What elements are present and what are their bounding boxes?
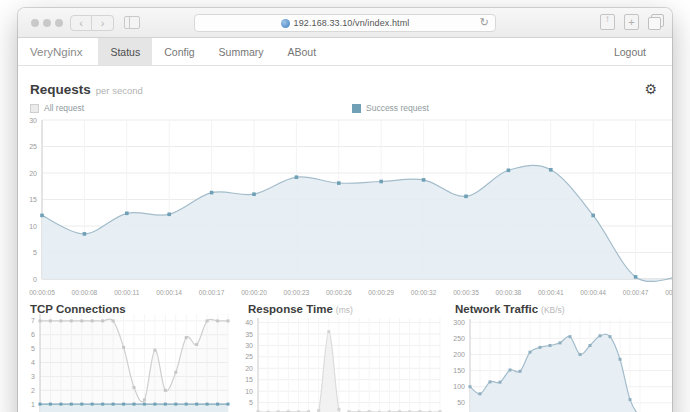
svg-text:00:00:20: 00:00:20 [241,289,267,296]
svg-text:00:00:05: 00:00:05 [29,289,55,296]
svg-text:00:00:50: 00:00:50 [665,289,672,296]
window-close-button[interactable] [31,19,39,27]
page-subtitle: per second [96,85,143,96]
svg-text:20: 20 [29,170,37,177]
svg-text:0: 0 [33,276,37,283]
svg-text:00:00:35: 00:00:35 [453,289,479,296]
svg-text:5: 5 [31,345,35,352]
back-button[interactable]: ‹ [70,15,92,31]
svg-text:15: 15 [245,376,253,383]
svg-text:10: 10 [245,388,253,395]
svg-text:00:00:44: 00:00:44 [580,289,606,296]
svg-text:00:00:41: 00:00:41 [538,289,564,296]
screenshot-stage: ‹ › 192.168.33.10/vn/index.html ↻ + Very… [0,0,690,412]
svg-text:35: 35 [245,331,253,338]
svg-text:4: 4 [31,359,35,366]
window-zoom-button[interactable] [55,19,63,27]
svg-text:00:00:47: 00:00:47 [623,289,649,296]
browser-window: ‹ › 192.168.33.10/vn/index.html ↻ + Very… [18,8,672,412]
svg-text:6: 6 [31,331,35,338]
svg-text:2: 2 [31,387,35,394]
tab-about[interactable]: ABout [276,38,329,65]
legend-success-label: Success request [366,103,429,113]
response-title-text: Response Time [248,303,333,315]
svg-text:15: 15 [29,196,37,203]
browser-titlebar: ‹ › 192.168.33.10/vn/index.html ↻ + [18,8,672,38]
forward-button[interactable]: › [92,15,114,31]
svg-text:5: 5 [33,249,37,256]
svg-text:30: 30 [245,342,253,349]
svg-text:00:00:26: 00:00:26 [326,289,352,296]
svg-text:00:00:17: 00:00:17 [199,289,225,296]
tab-config[interactable]: Config [152,38,206,65]
svg-text:25: 25 [245,353,253,360]
legend-all-label: All request [44,103,84,113]
tcp-title-text: TCP Connections [30,303,126,315]
svg-text:5: 5 [249,399,253,406]
network-title-unit: (KB/s) [541,305,565,315]
svg-text:3: 3 [31,373,35,380]
svg-text:50: 50 [457,399,465,406]
brand-veryNginx: VeryNginx [30,46,82,58]
logout-link[interactable]: Logout [602,38,658,65]
url-text: 192.168.33.10/vn/index.html [294,18,410,28]
sidebar-toggle-icon[interactable] [124,16,140,29]
svg-text:250: 250 [453,335,465,342]
svg-text:40: 40 [245,319,253,326]
tab-overview-icon[interactable] [648,14,664,30]
history-nav-buttons: ‹ › [70,15,114,31]
response-title-unit: (ms) [336,305,353,315]
svg-text:300: 300 [453,319,465,326]
svg-text:150: 150 [453,367,465,374]
share-icon[interactable] [600,14,615,30]
svg-text:00:00:08: 00:00:08 [72,289,98,296]
gear-icon[interactable]: ⚙ [644,81,657,97]
address-bar[interactable]: 192.168.33.10/vn/index.html ↻ [194,14,496,32]
svg-text:00:00:32: 00:00:32 [411,289,437,296]
svg-text:7: 7 [31,317,35,324]
charts-canvas: 05101520253000:00:0500:00:0800:00:1100:0… [18,8,672,412]
refresh-icon[interactable]: ↻ [480,16,489,29]
svg-text:20: 20 [245,365,253,372]
svg-text:25: 25 [29,143,37,150]
site-favicon-icon [281,19,290,28]
legend-success-swatch [352,104,361,113]
svg-text:200: 200 [453,351,465,358]
svg-text:00:00:11: 00:00:11 [114,289,140,296]
svg-text:00:00:38: 00:00:38 [496,289,522,296]
titlebar-right-buttons: + [600,14,664,30]
response-time-title: Response Time(ms) [248,299,353,317]
new-tab-icon[interactable]: + [624,14,639,30]
svg-text:00:00:23: 00:00:23 [284,289,310,296]
svg-text:00:00:29: 00:00:29 [368,289,394,296]
network-traffic-title: Network Traffic(KB/s) [455,299,565,317]
svg-text:30: 30 [29,117,37,124]
svg-text:00:00:14: 00:00:14 [156,289,182,296]
tcp-connections-title: TCP Connections [30,299,126,317]
page-title: Requests [30,82,91,97]
legend-success-request[interactable]: Success request [352,103,429,113]
tab-status[interactable]: Status [98,38,152,65]
tab-summary[interactable]: Summary [207,38,276,65]
page-title-row: Requestsper second [30,80,143,98]
legend-all-request[interactable]: All request [30,103,84,113]
svg-text:1: 1 [31,401,35,408]
network-title-text: Network Traffic [455,303,538,315]
svg-text:10: 10 [29,223,37,230]
app-navbar: VeryNginx Status Config Summary ABout Lo… [18,38,672,66]
svg-text:100: 100 [453,383,465,390]
legend-all-swatch [30,104,39,113]
window-minimize-button[interactable] [43,19,51,27]
